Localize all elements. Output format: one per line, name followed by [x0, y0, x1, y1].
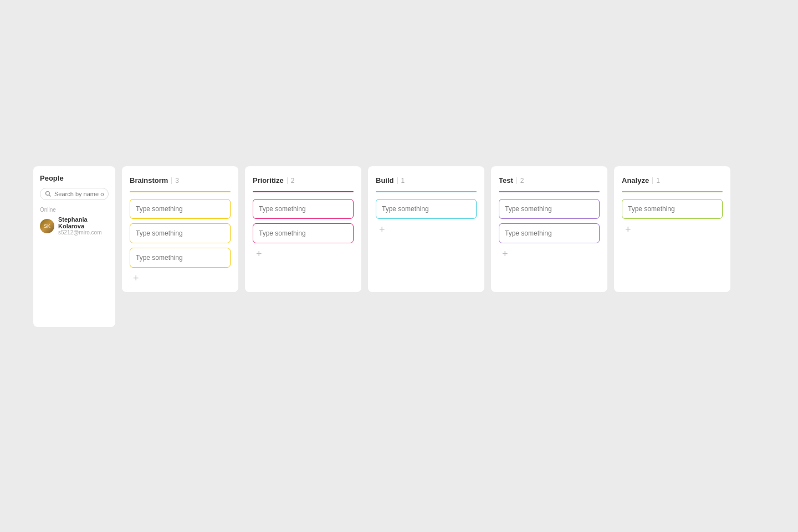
column-header-analyze: Analyze1 — [622, 176, 723, 185]
search-box[interactable] — [40, 188, 109, 200]
column-divider-line-analyze — [622, 191, 723, 192]
column-separator-test — [516, 177, 517, 184]
column-count-test: 2 — [520, 177, 524, 185]
add-card-button-brainstorm[interactable]: + — [130, 272, 142, 284]
user-email: s5212@miro.com — [58, 229, 109, 236]
column-prioritize: Prioritize2+ — [245, 166, 361, 292]
add-card-button-build[interactable]: + — [376, 223, 388, 236]
avatar-initials: SK — [44, 223, 50, 229]
search-icon — [45, 191, 52, 197]
column-test: Test2+ — [491, 166, 607, 292]
column-divider-line-prioritize — [253, 191, 354, 192]
svg-point-0 — [46, 192, 50, 196]
add-card-button-analyze[interactable]: + — [622, 223, 635, 236]
column-build: Build1+ — [368, 166, 484, 292]
column-divider-line-test — [499, 191, 600, 192]
column-separator-prioritize — [287, 177, 288, 184]
column-count-brainstorm: 3 — [175, 177, 179, 185]
column-title-analyze: Analyze — [622, 176, 649, 185]
column-separator-build — [397, 177, 398, 184]
card-input-brainstorm-1[interactable] — [130, 223, 231, 243]
user-name: Stephania Kolarova — [58, 216, 109, 229]
card-input-prioritize-0[interactable] — [253, 199, 354, 219]
column-title-brainstorm: Brainstorm — [130, 176, 168, 185]
sidebar-title: People — [40, 174, 109, 182]
add-card-button-test[interactable]: + — [499, 248, 511, 260]
online-label: Online — [40, 207, 109, 213]
svg-line-1 — [49, 195, 51, 197]
add-card-button-prioritize[interactable]: + — [253, 248, 265, 260]
user-row: SK Stephania Kolarova s5212@miro.com — [40, 216, 109, 236]
search-input[interactable] — [54, 191, 104, 197]
card-input-build-0[interactable] — [376, 199, 477, 219]
card-input-test-1[interactable] — [499, 223, 600, 243]
column-header-brainstorm: Brainstorm3 — [130, 176, 231, 185]
column-divider-line-brainstorm — [130, 191, 231, 192]
card-input-brainstorm-2[interactable] — [130, 248, 231, 268]
column-title-build: Build — [376, 176, 394, 185]
column-header-build: Build1 — [376, 176, 477, 185]
column-separator-brainstorm — [171, 177, 172, 184]
card-input-analyze-0[interactable] — [622, 199, 723, 219]
column-count-analyze: 1 — [656, 177, 660, 185]
kanban-board: Brainstorm3+Prioritize2+Build1+Test2+Ana… — [122, 166, 765, 292]
column-brainstorm: Brainstorm3+ — [122, 166, 238, 292]
column-header-test: Test2 — [499, 176, 600, 185]
column-title-test: Test — [499, 176, 513, 185]
column-title-prioritize: Prioritize — [253, 176, 284, 185]
column-divider-line-build — [376, 191, 477, 192]
card-input-test-0[interactable] — [499, 199, 600, 219]
card-input-prioritize-1[interactable] — [253, 223, 354, 243]
people-sidebar: People Online SK Stephania Kolarova s521… — [33, 166, 115, 327]
avatar: SK — [40, 219, 54, 233]
column-header-prioritize: Prioritize2 — [253, 176, 354, 185]
card-input-brainstorm-0[interactable] — [130, 199, 231, 219]
column-count-prioritize: 2 — [291, 177, 295, 185]
user-info: Stephania Kolarova s5212@miro.com — [58, 216, 109, 236]
column-count-build: 1 — [401, 177, 405, 185]
column-analyze: Analyze1+ — [614, 166, 730, 292]
column-separator-analyze — [652, 177, 653, 184]
